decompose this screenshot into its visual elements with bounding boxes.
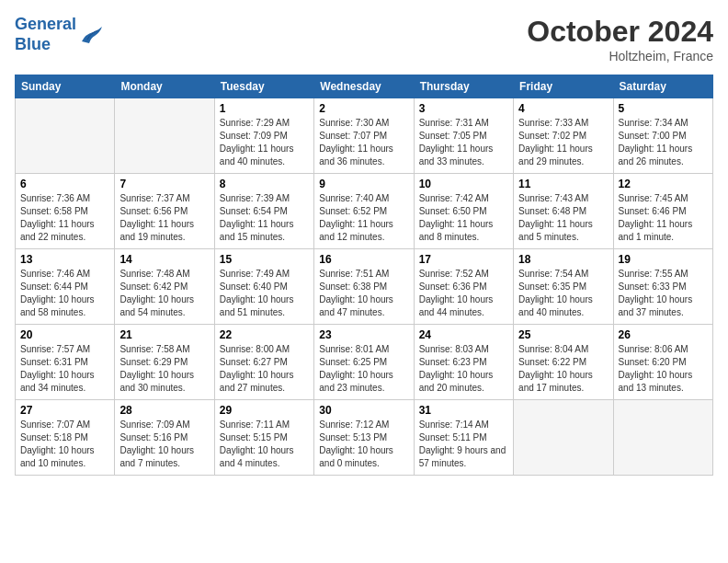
day-number: 15 <box>220 253 309 266</box>
day-info: Sunrise: 7:58 AM Sunset: 6:29 PM Dayligh… <box>119 343 209 395</box>
calendar-cell: 17Sunrise: 7:52 AM Sunset: 6:36 PM Dayli… <box>414 249 513 325</box>
weekday-header-sunday: Sunday <box>16 75 115 98</box>
calendar-cell: 21Sunrise: 7:58 AM Sunset: 6:29 PM Dayli… <box>115 325 214 400</box>
day-number: 18 <box>518 253 608 266</box>
day-number: 26 <box>619 328 708 341</box>
day-info: Sunrise: 7:52 AM Sunset: 6:36 PM Dayligh… <box>419 268 508 319</box>
calendar-cell: 18Sunrise: 7:54 AM Sunset: 6:35 PM Dayli… <box>514 249 613 325</box>
week-row-1: 1Sunrise: 7:29 AM Sunset: 7:09 PM Daylig… <box>16 98 713 174</box>
day-info: Sunrise: 7:31 AM Sunset: 7:05 PM Dayligh… <box>419 117 508 168</box>
calendar-cell: 5Sunrise: 7:34 AM Sunset: 7:00 PM Daylig… <box>613 98 712 174</box>
calendar-cell <box>115 98 214 174</box>
day-number: 25 <box>518 328 608 341</box>
calendar-cell <box>514 400 613 476</box>
day-info: Sunrise: 7:45 AM Sunset: 6:46 PM Dayligh… <box>619 192 708 244</box>
calendar-cell: 14Sunrise: 7:48 AM Sunset: 6:42 PM Dayli… <box>115 249 214 325</box>
day-info: Sunrise: 8:04 AM Sunset: 6:22 PM Dayligh… <box>518 343 608 395</box>
calendar-table: SundayMondayTuesdayWednesdayThursdayFrid… <box>15 75 713 476</box>
day-info: Sunrise: 7:42 AM Sunset: 6:50 PM Dayligh… <box>419 192 508 244</box>
weekday-header-wednesday: Wednesday <box>314 75 414 98</box>
day-info: Sunrise: 7:39 AM Sunset: 6:54 PM Dayligh… <box>220 192 309 244</box>
day-number: 13 <box>20 253 109 266</box>
day-info: Sunrise: 7:14 AM Sunset: 5:11 PM Dayligh… <box>419 419 508 470</box>
day-info: Sunrise: 7:07 AM Sunset: 5:18 PM Dayligh… <box>20 419 109 470</box>
calendar-cell: 13Sunrise: 7:46 AM Sunset: 6:44 PM Dayli… <box>16 249 115 325</box>
calendar-cell: 31Sunrise: 7:14 AM Sunset: 5:11 PM Dayli… <box>414 400 513 476</box>
day-number: 1 <box>220 102 309 115</box>
week-row-2: 6Sunrise: 7:36 AM Sunset: 6:58 PM Daylig… <box>16 174 713 249</box>
title-block: October 2024 Holtzheim, France <box>527 15 713 63</box>
day-info: Sunrise: 7:48 AM Sunset: 6:42 PM Dayligh… <box>119 268 209 319</box>
day-info: Sunrise: 8:03 AM Sunset: 6:23 PM Dayligh… <box>419 343 508 395</box>
day-number: 20 <box>20 328 109 341</box>
calendar-cell: 3Sunrise: 7:31 AM Sunset: 7:05 PM Daylig… <box>414 98 513 174</box>
page-header: General Blue October 2024 Holtzheim, Fra… <box>15 15 713 63</box>
weekday-header-tuesday: Tuesday <box>214 75 313 98</box>
day-info: Sunrise: 7:43 AM Sunset: 6:48 PM Dayligh… <box>518 192 608 244</box>
day-info: Sunrise: 7:40 AM Sunset: 6:52 PM Dayligh… <box>319 192 408 244</box>
day-number: 23 <box>319 328 408 341</box>
calendar-cell: 26Sunrise: 8:06 AM Sunset: 6:20 PM Dayli… <box>613 325 712 400</box>
weekday-header-saturday: Saturday <box>613 75 712 98</box>
day-number: 6 <box>20 178 109 190</box>
day-number: 2 <box>319 102 408 115</box>
day-info: Sunrise: 7:57 AM Sunset: 6:31 PM Dayligh… <box>20 343 109 395</box>
calendar-cell: 4Sunrise: 7:33 AM Sunset: 7:02 PM Daylig… <box>514 98 613 174</box>
day-number: 19 <box>619 253 708 266</box>
logo-text: General Blue <box>15 15 76 54</box>
weekday-header-row: SundayMondayTuesdayWednesdayThursdayFrid… <box>16 75 713 98</box>
day-number: 11 <box>518 178 608 190</box>
location: Holtzheim, France <box>527 49 713 63</box>
day-number: 7 <box>119 178 209 190</box>
day-number: 30 <box>319 404 408 417</box>
weekday-header-monday: Monday <box>115 75 214 98</box>
calendar-cell: 29Sunrise: 7:11 AM Sunset: 5:15 PM Dayli… <box>214 400 313 476</box>
day-number: 31 <box>419 404 508 417</box>
calendar-cell: 8Sunrise: 7:39 AM Sunset: 6:54 PM Daylig… <box>214 174 313 249</box>
calendar-cell: 28Sunrise: 7:09 AM Sunset: 5:16 PM Dayli… <box>115 400 214 476</box>
month-title: October 2024 <box>527 15 713 49</box>
day-info: Sunrise: 7:55 AM Sunset: 6:33 PM Dayligh… <box>619 268 708 319</box>
calendar-cell: 12Sunrise: 7:45 AM Sunset: 6:46 PM Dayli… <box>613 174 712 249</box>
calendar-cell: 22Sunrise: 8:00 AM Sunset: 6:27 PM Dayli… <box>214 325 313 400</box>
calendar-cell: 30Sunrise: 7:12 AM Sunset: 5:13 PM Dayli… <box>314 400 414 476</box>
calendar-cell: 19Sunrise: 7:55 AM Sunset: 6:33 PM Dayli… <box>613 249 712 325</box>
day-number: 17 <box>419 253 508 266</box>
day-number: 29 <box>220 404 309 417</box>
calendar-cell: 7Sunrise: 7:37 AM Sunset: 6:56 PM Daylig… <box>115 174 214 249</box>
calendar-cell: 9Sunrise: 7:40 AM Sunset: 6:52 PM Daylig… <box>314 174 414 249</box>
day-info: Sunrise: 8:01 AM Sunset: 6:25 PM Dayligh… <box>319 343 408 395</box>
calendar-cell: 23Sunrise: 8:01 AM Sunset: 6:25 PM Dayli… <box>314 325 414 400</box>
calendar-cell: 24Sunrise: 8:03 AM Sunset: 6:23 PM Dayli… <box>414 325 513 400</box>
day-number: 8 <box>220 178 309 190</box>
day-info: Sunrise: 7:09 AM Sunset: 5:16 PM Dayligh… <box>119 419 209 470</box>
day-info: Sunrise: 7:54 AM Sunset: 6:35 PM Dayligh… <box>518 268 608 319</box>
day-info: Sunrise: 7:51 AM Sunset: 6:38 PM Dayligh… <box>319 268 408 319</box>
weekday-header-friday: Friday <box>514 75 613 98</box>
calendar-cell: 16Sunrise: 7:51 AM Sunset: 6:38 PM Dayli… <box>314 249 414 325</box>
day-info: Sunrise: 7:29 AM Sunset: 7:09 PM Dayligh… <box>220 117 309 168</box>
day-number: 22 <box>220 328 309 341</box>
calendar-cell: 27Sunrise: 7:07 AM Sunset: 5:18 PM Dayli… <box>16 400 115 476</box>
week-row-5: 27Sunrise: 7:07 AM Sunset: 5:18 PM Dayli… <box>16 400 713 476</box>
logo: General Blue <box>15 15 104 54</box>
day-number: 4 <box>518 102 608 115</box>
calendar-cell: 25Sunrise: 8:04 AM Sunset: 6:22 PM Dayli… <box>514 325 613 400</box>
day-info: Sunrise: 7:37 AM Sunset: 6:56 PM Dayligh… <box>119 192 209 244</box>
logo-bird-icon <box>78 25 104 45</box>
day-number: 14 <box>119 253 209 266</box>
calendar-cell: 10Sunrise: 7:42 AM Sunset: 6:50 PM Dayli… <box>414 174 513 249</box>
day-info: Sunrise: 7:12 AM Sunset: 5:13 PM Dayligh… <box>319 419 408 470</box>
day-number: 12 <box>619 178 708 190</box>
day-number: 28 <box>119 404 209 417</box>
day-number: 5 <box>619 102 708 115</box>
day-info: Sunrise: 7:46 AM Sunset: 6:44 PM Dayligh… <box>20 268 109 319</box>
calendar-cell: 20Sunrise: 7:57 AM Sunset: 6:31 PM Dayli… <box>16 325 115 400</box>
day-info: Sunrise: 7:11 AM Sunset: 5:15 PM Dayligh… <box>220 419 309 470</box>
calendar-cell: 1Sunrise: 7:29 AM Sunset: 7:09 PM Daylig… <box>214 98 313 174</box>
calendar-cell: 11Sunrise: 7:43 AM Sunset: 6:48 PM Dayli… <box>514 174 613 249</box>
week-row-4: 20Sunrise: 7:57 AM Sunset: 6:31 PM Dayli… <box>16 325 713 400</box>
calendar-cell: 15Sunrise: 7:49 AM Sunset: 6:40 PM Dayli… <box>214 249 313 325</box>
day-number: 16 <box>319 253 408 266</box>
day-info: Sunrise: 7:33 AM Sunset: 7:02 PM Dayligh… <box>518 117 608 168</box>
